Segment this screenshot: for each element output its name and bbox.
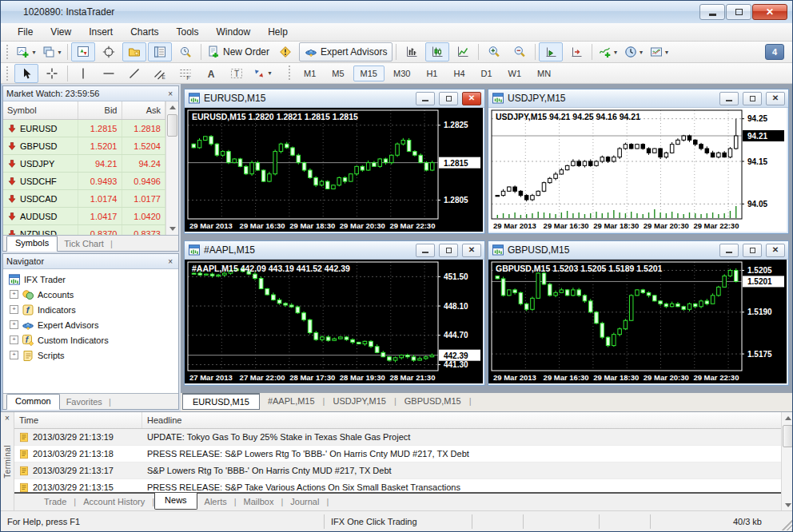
chart-window-titlebar[interactable]: USDJPY,M15✕ — [488, 89, 788, 108]
market-watch-tab-symbols[interactable]: Symbols — [6, 236, 58, 252]
market-watch-tab-tick-chart[interactable]: Tick Chart — [58, 237, 110, 251]
chart-tab-usdjpym15[interactable]: USDJPY,M15 — [325, 393, 393, 408]
market-watch-row[interactable]: AUDUSD1.04171.0420 — [3, 208, 165, 225]
chart-window-titlebar[interactable]: #AAPL,M15✕ — [185, 241, 484, 260]
new-chart-button-dropdown-icon[interactable]: ▾ — [32, 49, 35, 56]
navigator-item-expert-advisors[interactable]: +Expert Advisors — [3, 317, 178, 332]
market-watch-row[interactable]: EURUSD1.28151.2818 — [3, 120, 165, 137]
terminal-tab-account-history[interactable]: Account History — [76, 494, 152, 510]
tree-expand-icon[interactable]: + — [10, 305, 18, 314]
timeframe-h1[interactable]: H1 — [419, 66, 444, 81]
market-watch-row[interactable]: USDJPY94.2194.24 — [3, 155, 165, 173]
data-window-toggle[interactable] — [97, 42, 121, 62]
chart-restore-button[interactable] — [439, 92, 458, 105]
terminal-tab-journal[interactable]: Journal — [283, 494, 326, 510]
auto-scroll-button[interactable] — [539, 42, 563, 62]
bar-chart-button[interactable] — [400, 42, 424, 62]
navigator-toggle[interactable] — [122, 42, 146, 62]
resize-grip[interactable] — [782, 519, 793, 530]
trendline-tool[interactable] — [122, 64, 146, 83]
timeframe-h4[interactable]: H4 — [446, 66, 472, 81]
chart-close-button[interactable]: ✕ — [462, 244, 481, 257]
chart-shift-button[interactable] — [564, 42, 588, 62]
chart-tab-aaplm15[interactable]: #AAPL,M15 — [260, 393, 323, 408]
scrollbar-thumb[interactable] — [167, 114, 177, 137]
navigator-tab-favorites[interactable]: Favorites — [60, 395, 109, 409]
status-mode[interactable]: IFX One Click Trading — [325, 514, 472, 529]
column-bid[interactable]: Bid — [78, 101, 122, 119]
menu-file[interactable]: File — [9, 24, 42, 40]
column-time[interactable]: Time — [14, 412, 142, 428]
tree-expand-icon[interactable]: + — [10, 351, 18, 359]
periods-button-dropdown-icon[interactable]: ▾ — [640, 49, 643, 56]
chart-restore-button[interactable] — [743, 92, 762, 105]
market-watch-row[interactable]: NZDUSD0.83700.8373 — [3, 225, 165, 235]
chart-plot-area[interactable]: 1.52051.51901.51751.5201GBPUSD,M15 1.520… — [488, 260, 788, 385]
text-label-tool[interactable]: T — [225, 64, 249, 83]
maximize-button[interactable] — [726, 4, 751, 20]
navigator-tab-common[interactable]: Common — [6, 394, 60, 410]
tree-expand-icon[interactable]: + — [10, 290, 18, 299]
strategy-tester-toggle[interactable] — [173, 42, 197, 62]
chart-window-titlebar[interactable]: GBPUSD,M15✕ — [488, 241, 788, 260]
indicators-button[interactable]: ▾ — [596, 42, 620, 62]
chart-minimize-button[interactable] — [416, 244, 435, 257]
vertical-line-tool[interactable] — [71, 64, 95, 83]
news-row[interactable]: 2013/03/29 21:13:18PRESS RELEASE: S&P Lo… — [14, 446, 781, 463]
profiles-button[interactable]: ▾ — [40, 42, 64, 62]
chart-minimize-button[interactable] — [719, 244, 739, 257]
market-watch-row[interactable]: GBPUSD1.52011.5204 — [3, 137, 165, 155]
line-chart-button[interactable] — [451, 42, 475, 62]
navigator-close-icon[interactable]: × — [165, 257, 175, 266]
column-symbol[interactable]: Symbol — [3, 101, 78, 119]
templates-button[interactable]: ▾ — [647, 42, 671, 62]
chart-minimize-button[interactable] — [416, 92, 435, 105]
fibonacci-tool[interactable]: F — [173, 64, 197, 83]
menu-insert[interactable]: Insert — [80, 24, 122, 40]
market-watch-close-icon[interactable]: × — [165, 89, 175, 98]
news-row[interactable]: 2013/03/29 21:13:19UPDATE: Tokyo Gas To … — [14, 429, 781, 446]
expert-advisors-button[interactable]: Expert Advisors — [299, 42, 393, 62]
arrows-tool-dropdown-icon[interactable]: ▾ — [268, 69, 271, 77]
menu-view[interactable]: View — [42, 24, 80, 40]
terminal-tab-news[interactable]: News — [154, 493, 197, 510]
crosshair-tool[interactable] — [40, 64, 64, 83]
terminal-tab-mailbox[interactable]: Mailbox — [237, 494, 281, 510]
candlestick-chart-button[interactable] — [425, 42, 449, 62]
menu-tools[interactable]: Tools — [168, 24, 208, 40]
timeframe-m15[interactable]: M15 — [353, 66, 385, 81]
chart-tab-gbpusdm15[interactable]: GBPUSD,M15 — [396, 393, 469, 408]
terminal-tab-trade[interactable]: Trade — [37, 494, 74, 510]
chart-close-button[interactable]: ✕ — [462, 92, 481, 105]
scroll-up-icon[interactable] — [166, 101, 178, 113]
mailbox-notification-badge[interactable]: 4 — [765, 44, 784, 60]
periods-button[interactable]: ▾ — [621, 42, 645, 62]
menu-help[interactable]: Help — [259, 24, 297, 40]
chart-plot-area[interactable]: 451.50448.10444.70441.30442.39#AAPL,M15 … — [185, 260, 484, 385]
new-order-button[interactable]: New Order — [205, 42, 272, 62]
close-button[interactable]: ✕ — [752, 4, 787, 20]
column-ask[interactable]: Ask — [122, 101, 165, 119]
timeframe-m5[interactable]: M5 — [325, 66, 351, 81]
scroll-down-icon[interactable] — [166, 223, 178, 235]
news-row[interactable]: 2013/03/29 21:13:17S&P Lowers Rtg To 'BB… — [14, 463, 781, 479]
navigator-item-accounts[interactable]: +Accounts — [3, 287, 178, 302]
chart-restore-button[interactable] — [439, 244, 458, 257]
menu-charts[interactable]: Charts — [122, 24, 167, 40]
tree-expand-icon[interactable]: + — [10, 335, 18, 344]
new-chart-button[interactable]: ▾ — [14, 42, 38, 62]
text-tool[interactable]: A — [199, 64, 223, 83]
chart-close-button[interactable]: ✕ — [766, 92, 785, 105]
timeframe-m30[interactable]: M30 — [386, 66, 417, 81]
navigator-item-scripts[interactable]: +Scripts — [3, 347, 178, 363]
indicators-button-dropdown-icon[interactable]: ▾ — [614, 49, 617, 56]
terminal-toggle[interactable] — [148, 42, 172, 62]
navigator-item-custom-indicators[interactable]: +fCustom Indicators — [3, 332, 178, 347]
chart-restore-button[interactable] — [743, 244, 762, 257]
chart-close-button[interactable]: ✕ — [766, 244, 785, 257]
profiles-button-dropdown-icon[interactable]: ▾ — [58, 49, 61, 56]
terminal-tab-alerts[interactable]: Alerts — [197, 494, 234, 510]
market-watch-row[interactable]: USDCAD1.01741.0177 — [3, 190, 165, 208]
navigator-item-indicators[interactable]: +fIndicators — [3, 302, 178, 317]
timeframe-m1[interactable]: M1 — [297, 66, 323, 81]
